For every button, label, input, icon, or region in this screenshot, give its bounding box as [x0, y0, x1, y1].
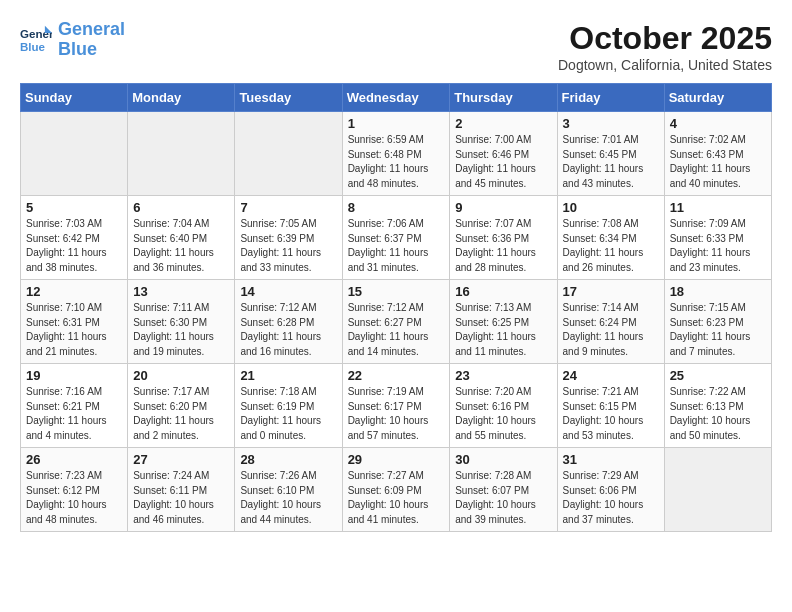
weekday-header-sunday: Sunday	[21, 84, 128, 112]
calendar-table: SundayMondayTuesdayWednesdayThursdayFrid…	[20, 83, 772, 532]
calendar-cell: 8Sunrise: 7:06 AM Sunset: 6:37 PM Daylig…	[342, 196, 450, 280]
day-number: 31	[563, 452, 659, 467]
day-info: Sunrise: 7:29 AM Sunset: 6:06 PM Dayligh…	[563, 469, 659, 527]
calendar-week-4: 19Sunrise: 7:16 AM Sunset: 6:21 PM Dayli…	[21, 364, 772, 448]
weekday-header-thursday: Thursday	[450, 84, 557, 112]
calendar-cell: 2Sunrise: 7:00 AM Sunset: 6:46 PM Daylig…	[450, 112, 557, 196]
calendar-week-3: 12Sunrise: 7:10 AM Sunset: 6:31 PM Dayli…	[21, 280, 772, 364]
svg-text:Blue: Blue	[20, 40, 46, 52]
day-info: Sunrise: 7:05 AM Sunset: 6:39 PM Dayligh…	[240, 217, 336, 275]
day-number: 22	[348, 368, 445, 383]
calendar-cell: 18Sunrise: 7:15 AM Sunset: 6:23 PM Dayli…	[664, 280, 771, 364]
calendar-cell: 1Sunrise: 6:59 AM Sunset: 6:48 PM Daylig…	[342, 112, 450, 196]
calendar-cell: 12Sunrise: 7:10 AM Sunset: 6:31 PM Dayli…	[21, 280, 128, 364]
calendar-cell: 27Sunrise: 7:24 AM Sunset: 6:11 PM Dayli…	[128, 448, 235, 532]
day-number: 13	[133, 284, 229, 299]
day-info: Sunrise: 7:09 AM Sunset: 6:33 PM Dayligh…	[670, 217, 766, 275]
calendar-cell: 30Sunrise: 7:28 AM Sunset: 6:07 PM Dayli…	[450, 448, 557, 532]
logo: General Blue General Blue	[20, 20, 125, 60]
calendar-cell: 28Sunrise: 7:26 AM Sunset: 6:10 PM Dayli…	[235, 448, 342, 532]
calendar-cell: 17Sunrise: 7:14 AM Sunset: 6:24 PM Dayli…	[557, 280, 664, 364]
calendar-cell: 13Sunrise: 7:11 AM Sunset: 6:30 PM Dayli…	[128, 280, 235, 364]
calendar-cell: 6Sunrise: 7:04 AM Sunset: 6:40 PM Daylig…	[128, 196, 235, 280]
day-number: 8	[348, 200, 445, 215]
calendar-cell: 9Sunrise: 7:07 AM Sunset: 6:36 PM Daylig…	[450, 196, 557, 280]
day-info: Sunrise: 7:08 AM Sunset: 6:34 PM Dayligh…	[563, 217, 659, 275]
calendar-cell: 5Sunrise: 7:03 AM Sunset: 6:42 PM Daylig…	[21, 196, 128, 280]
day-info: Sunrise: 7:06 AM Sunset: 6:37 PM Dayligh…	[348, 217, 445, 275]
calendar-cell: 21Sunrise: 7:18 AM Sunset: 6:19 PM Dayli…	[235, 364, 342, 448]
day-number: 15	[348, 284, 445, 299]
calendar-week-1: 1Sunrise: 6:59 AM Sunset: 6:48 PM Daylig…	[21, 112, 772, 196]
month-title: October 2025	[558, 20, 772, 57]
day-number: 29	[348, 452, 445, 467]
day-number: 24	[563, 368, 659, 383]
day-number: 10	[563, 200, 659, 215]
calendar-cell: 14Sunrise: 7:12 AM Sunset: 6:28 PM Dayli…	[235, 280, 342, 364]
day-info: Sunrise: 7:10 AM Sunset: 6:31 PM Dayligh…	[26, 301, 122, 359]
calendar-cell	[128, 112, 235, 196]
day-info: Sunrise: 7:14 AM Sunset: 6:24 PM Dayligh…	[563, 301, 659, 359]
day-info: Sunrise: 7:03 AM Sunset: 6:42 PM Dayligh…	[26, 217, 122, 275]
day-info: Sunrise: 7:12 AM Sunset: 6:28 PM Dayligh…	[240, 301, 336, 359]
day-info: Sunrise: 7:18 AM Sunset: 6:19 PM Dayligh…	[240, 385, 336, 443]
calendar-cell: 16Sunrise: 7:13 AM Sunset: 6:25 PM Dayli…	[450, 280, 557, 364]
calendar-cell: 7Sunrise: 7:05 AM Sunset: 6:39 PM Daylig…	[235, 196, 342, 280]
day-number: 3	[563, 116, 659, 131]
day-number: 25	[670, 368, 766, 383]
day-number: 27	[133, 452, 229, 467]
day-number: 16	[455, 284, 551, 299]
day-number: 4	[670, 116, 766, 131]
calendar-cell: 26Sunrise: 7:23 AM Sunset: 6:12 PM Dayli…	[21, 448, 128, 532]
weekday-header-wednesday: Wednesday	[342, 84, 450, 112]
weekday-header-saturday: Saturday	[664, 84, 771, 112]
day-info: Sunrise: 7:07 AM Sunset: 6:36 PM Dayligh…	[455, 217, 551, 275]
day-info: Sunrise: 7:00 AM Sunset: 6:46 PM Dayligh…	[455, 133, 551, 191]
day-info: Sunrise: 7:04 AM Sunset: 6:40 PM Dayligh…	[133, 217, 229, 275]
day-number: 2	[455, 116, 551, 131]
weekday-header-row: SundayMondayTuesdayWednesdayThursdayFrid…	[21, 84, 772, 112]
calendar-cell: 29Sunrise: 7:27 AM Sunset: 6:09 PM Dayli…	[342, 448, 450, 532]
calendar-cell: 19Sunrise: 7:16 AM Sunset: 6:21 PM Dayli…	[21, 364, 128, 448]
logo-icon: General Blue	[20, 24, 52, 56]
calendar-cell	[664, 448, 771, 532]
logo-text: General Blue	[58, 20, 125, 60]
day-info: Sunrise: 7:21 AM Sunset: 6:15 PM Dayligh…	[563, 385, 659, 443]
day-info: Sunrise: 7:02 AM Sunset: 6:43 PM Dayligh…	[670, 133, 766, 191]
calendar-cell: 20Sunrise: 7:17 AM Sunset: 6:20 PM Dayli…	[128, 364, 235, 448]
day-info: Sunrise: 7:12 AM Sunset: 6:27 PM Dayligh…	[348, 301, 445, 359]
day-number: 1	[348, 116, 445, 131]
day-info: Sunrise: 7:01 AM Sunset: 6:45 PM Dayligh…	[563, 133, 659, 191]
day-info: Sunrise: 7:28 AM Sunset: 6:07 PM Dayligh…	[455, 469, 551, 527]
day-number: 28	[240, 452, 336, 467]
calendar-week-5: 26Sunrise: 7:23 AM Sunset: 6:12 PM Dayli…	[21, 448, 772, 532]
location-subtitle: Dogtown, California, United States	[558, 57, 772, 73]
calendar-week-2: 5Sunrise: 7:03 AM Sunset: 6:42 PM Daylig…	[21, 196, 772, 280]
day-info: Sunrise: 6:59 AM Sunset: 6:48 PM Dayligh…	[348, 133, 445, 191]
weekday-header-tuesday: Tuesday	[235, 84, 342, 112]
calendar-cell: 10Sunrise: 7:08 AM Sunset: 6:34 PM Dayli…	[557, 196, 664, 280]
calendar-cell	[235, 112, 342, 196]
weekday-header-monday: Monday	[128, 84, 235, 112]
weekday-header-friday: Friday	[557, 84, 664, 112]
day-info: Sunrise: 7:17 AM Sunset: 6:20 PM Dayligh…	[133, 385, 229, 443]
day-info: Sunrise: 7:26 AM Sunset: 6:10 PM Dayligh…	[240, 469, 336, 527]
day-info: Sunrise: 7:13 AM Sunset: 6:25 PM Dayligh…	[455, 301, 551, 359]
day-info: Sunrise: 7:24 AM Sunset: 6:11 PM Dayligh…	[133, 469, 229, 527]
day-number: 6	[133, 200, 229, 215]
calendar-cell: 11Sunrise: 7:09 AM Sunset: 6:33 PM Dayli…	[664, 196, 771, 280]
calendar-cell: 15Sunrise: 7:12 AM Sunset: 6:27 PM Dayli…	[342, 280, 450, 364]
day-number: 23	[455, 368, 551, 383]
calendar-cell: 24Sunrise: 7:21 AM Sunset: 6:15 PM Dayli…	[557, 364, 664, 448]
day-number: 18	[670, 284, 766, 299]
calendar-cell	[21, 112, 128, 196]
day-info: Sunrise: 7:22 AM Sunset: 6:13 PM Dayligh…	[670, 385, 766, 443]
day-info: Sunrise: 7:27 AM Sunset: 6:09 PM Dayligh…	[348, 469, 445, 527]
day-number: 9	[455, 200, 551, 215]
day-number: 14	[240, 284, 336, 299]
calendar-cell: 25Sunrise: 7:22 AM Sunset: 6:13 PM Dayli…	[664, 364, 771, 448]
day-number: 19	[26, 368, 122, 383]
title-block: October 2025 Dogtown, California, United…	[558, 20, 772, 73]
day-info: Sunrise: 7:15 AM Sunset: 6:23 PM Dayligh…	[670, 301, 766, 359]
calendar-cell: 4Sunrise: 7:02 AM Sunset: 6:43 PM Daylig…	[664, 112, 771, 196]
